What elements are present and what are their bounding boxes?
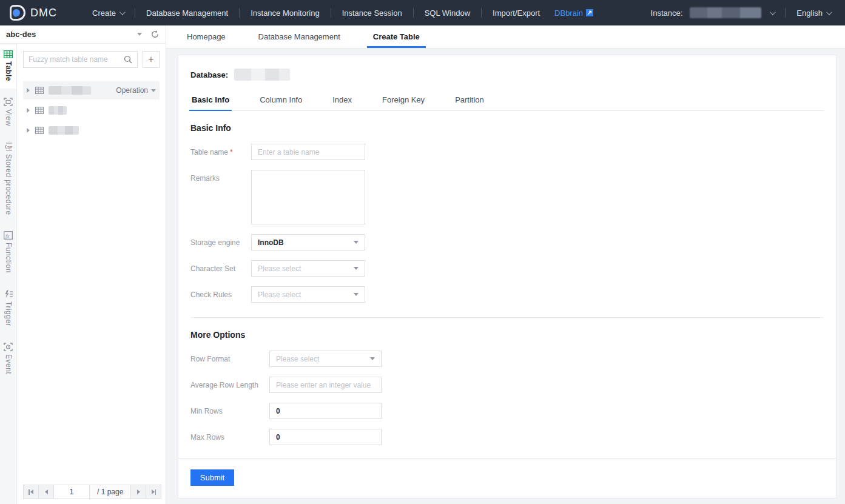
svg-text:SP: SP <box>7 146 12 149</box>
workspace-tab-bar: Homepage Database Management Create Tabl… <box>166 25 845 49</box>
max-rows-label: Max Rows <box>190 429 269 445</box>
check-rules-label: Check Rules <box>190 286 251 303</box>
table-tree: Operation <box>23 81 160 141</box>
trigger-icon <box>4 290 13 298</box>
chevron-down-icon <box>151 89 156 92</box>
view-icon <box>4 98 13 106</box>
nav-database-management[interactable]: Database Management <box>135 0 239 25</box>
min-rows-input[interactable] <box>269 403 382 419</box>
expand-arrow-icon[interactable] <box>27 108 30 113</box>
average-row-length-input[interactable] <box>269 377 382 393</box>
top-nav: DMC Create Database Management Instance … <box>0 0 845 25</box>
database-label: Database: <box>190 70 228 79</box>
expand-arrow-icon[interactable] <box>27 88 30 93</box>
dmc-logo-icon <box>10 5 25 21</box>
table-tree-row[interactable] <box>23 121 160 139</box>
object-tab-function[interactable]: fx Function <box>0 226 16 280</box>
table-icon <box>35 107 44 114</box>
object-tab-stored-procedure[interactable]: SP Stored procedure <box>0 137 16 223</box>
brand-name: DMC <box>30 7 57 19</box>
chevron-down-icon <box>770 9 776 15</box>
remarks-textarea[interactable] <box>251 170 365 224</box>
chevron-down-icon <box>354 241 359 244</box>
svg-text:fx: fx <box>5 233 10 239</box>
operation-dropdown[interactable]: Operation <box>116 86 156 95</box>
object-tab-view[interactable]: View <box>0 92 16 133</box>
next-page-button[interactable] <box>130 485 146 499</box>
previous-page-button[interactable] <box>38 485 54 499</box>
database-selector-row: abc-des <box>0 25 166 44</box>
chevron-down-icon <box>370 357 375 360</box>
table-name-input[interactable] <box>251 144 365 160</box>
object-type-strip: Table View SP Stored procedure fx Functi… <box>0 44 17 504</box>
expand-arrow-icon[interactable] <box>27 128 30 133</box>
check-rules-select[interactable]: Please select <box>251 286 365 303</box>
search-icon[interactable] <box>124 55 132 64</box>
character-set-select[interactable]: Please select <box>251 260 365 277</box>
create-table-card: Database: Basic Info Column Info Index F… <box>178 55 837 499</box>
nav-create[interactable]: Create <box>81 0 135 25</box>
tab-database-management[interactable]: Database Management <box>255 25 344 48</box>
nav-dbbrain-link[interactable]: DBbrain <box>551 8 599 18</box>
tab-column-info[interactable]: Column Info <box>258 92 303 110</box>
database-dropdown-caret-icon[interactable] <box>137 33 142 36</box>
redacted-table-name <box>49 86 91 95</box>
row-format-label: Row Format <box>190 351 269 367</box>
max-rows-input[interactable] <box>269 429 382 445</box>
table-icon <box>35 87 44 94</box>
average-row-length-label: Average Row Length <box>190 377 269 393</box>
nav-import-export[interactable]: Import/Export <box>482 0 551 25</box>
row-format-select[interactable]: Please select <box>269 351 382 367</box>
redacted-instance-name <box>690 7 761 18</box>
tab-create-table[interactable]: Create Table <box>369 25 423 48</box>
table-icon <box>4 50 13 58</box>
submit-button[interactable]: Submit <box>190 469 234 486</box>
chevron-down-icon <box>826 9 832 15</box>
table-name-label: Table name* <box>190 144 251 160</box>
nav-instance-session[interactable]: Instance Session <box>331 0 413 25</box>
nav-instance-monitoring[interactable]: Instance Monitoring <box>240 0 330 25</box>
current-database[interactable]: abc-des <box>6 30 137 39</box>
pagination: / 1 page <box>23 485 161 499</box>
dmc-logo[interactable]: DMC <box>0 5 81 21</box>
required-asterisk: * <box>230 148 233 156</box>
page-total: / 1 page <box>89 485 131 499</box>
tab-homepage[interactable]: Homepage <box>183 25 229 48</box>
table-tree-row[interactable] <box>23 101 160 119</box>
tab-index[interactable]: Index <box>331 92 353 110</box>
object-tab-trigger[interactable]: Trigger <box>0 284 16 334</box>
external-link-icon <box>586 9 593 16</box>
last-page-button[interactable] <box>146 485 161 499</box>
tab-basic-info[interactable]: Basic Info <box>190 92 231 110</box>
object-tab-event[interactable]: Event <box>0 337 16 381</box>
object-tab-table[interactable]: Table <box>0 45 16 89</box>
table-search-box <box>23 51 138 68</box>
table-tree-row[interactable]: Operation <box>23 81 160 99</box>
instance-selector[interactable]: Instance: <box>640 0 786 25</box>
create-table-button[interactable]: + <box>143 51 160 68</box>
min-rows-label: Min Rows <box>190 403 269 419</box>
page-number-input[interactable] <box>53 485 90 499</box>
function-icon: fx <box>4 231 13 240</box>
tab-foreign-key[interactable]: Foreign Key <box>381 92 426 110</box>
character-set-label: Character Set <box>190 260 251 277</box>
sidebar: abc-des Table View SP Stored procedure <box>0 25 166 504</box>
basic-info-heading: Basic Info <box>190 123 824 133</box>
stored-procedure-icon: SP <box>4 143 13 151</box>
chevron-down-icon <box>354 293 359 296</box>
storage-engine-label: Storage engine <box>190 234 251 250</box>
table-search-input[interactable] <box>29 55 124 64</box>
redacted-table-name <box>49 126 79 135</box>
redacted-table-name <box>49 106 67 115</box>
tab-partition[interactable]: Partition <box>454 92 485 110</box>
form-tab-bar: Basic Info Column Info Index Foreign Key… <box>190 92 824 111</box>
more-options-heading: More Options <box>190 330 824 340</box>
table-icon <box>35 127 44 134</box>
chevron-down-icon <box>354 267 359 270</box>
storage-engine-select[interactable]: InnoDB <box>251 234 365 250</box>
refresh-icon[interactable] <box>150 30 160 39</box>
nav-sql-window[interactable]: SQL Window <box>414 0 481 25</box>
language-selector[interactable]: English <box>786 0 845 25</box>
first-page-button[interactable] <box>23 485 39 499</box>
section-divider <box>190 317 824 318</box>
